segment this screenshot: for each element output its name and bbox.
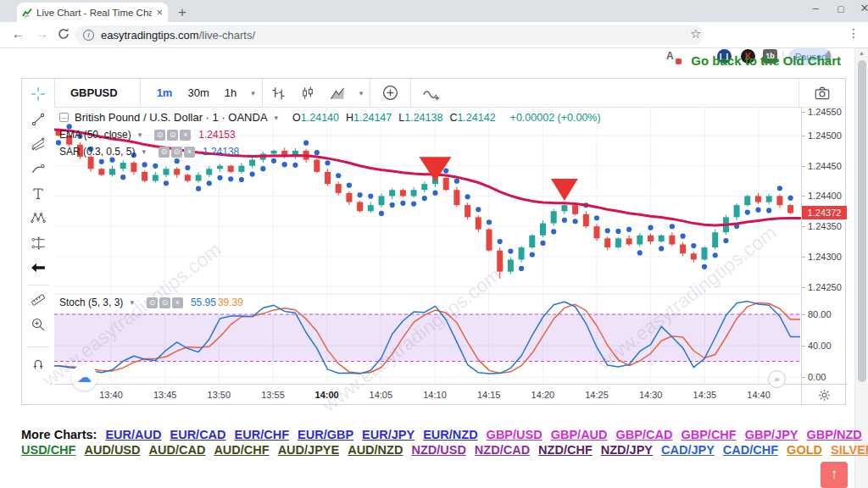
arrow-tool[interactable]	[27, 257, 49, 279]
scroll-to-latest-button[interactable]: »	[768, 370, 786, 388]
browser-tab[interactable]: Live Chart - Real Time Charts | Ea ×	[17, 3, 168, 22]
chart-link-aud-cad[interactable]: AUD/CAD	[149, 442, 206, 458]
gear-icon[interactable]	[818, 389, 831, 402]
chart-link-gold[interactable]: GOLD	[787, 442, 822, 458]
zoom-in-tool[interactable]	[27, 313, 49, 336]
text-tool[interactable]	[27, 182, 49, 204]
go-back-old-chart-link[interactable]: Go back to the Old Chart	[0, 53, 841, 68]
sar-chevron-icon[interactable]: ▾	[135, 147, 153, 156]
chart-link-nzd-usd[interactable]: NZD/USD	[411, 442, 465, 458]
chart-link-eur-chf[interactable]: EUR/CHF	[235, 427, 289, 442]
page-scrollbar[interactable]: ▲	[854, 48, 868, 488]
stoch-legend[interactable]: Stoch (5, 3, 3) ▾ ⊙⊙× 55.95 39.39	[59, 297, 243, 308]
symbol-legend[interactable]: – British Pound / U.S. Dollar · 1 · OAND…	[59, 111, 601, 124]
chart-link-gbp-usd[interactable]: GBP/USD	[487, 427, 542, 442]
time-tick: 14:35	[693, 390, 717, 400]
tab-close-icon[interactable]: ×	[156, 6, 163, 19]
chart-link-aud-jpye[interactable]: AUD/JPYE	[278, 442, 340, 458]
settings-icon[interactable]: ⊙	[159, 297, 170, 308]
style-chevron-icon[interactable]: ▾	[353, 89, 370, 97]
timeframe-1m[interactable]: 1m	[149, 86, 181, 99]
chart-link-gbp-chf[interactable]: GBP/CHF	[681, 427, 736, 442]
ema-legend[interactable]: EMA (50, close) ▾ ⊙⊙× 1.24153	[59, 129, 236, 141]
timeframe-1h[interactable]: 1h	[217, 86, 244, 99]
new-tab-button[interactable]: +	[178, 4, 186, 21]
chart-widget: GBPUSD 1m 30m 1h ▾ ▾ www.easytradingtips…	[21, 78, 846, 405]
collapse-icon[interactable]: –	[59, 113, 69, 122]
ruler-tool[interactable]	[27, 289, 49, 311]
timeframe-chevron-icon[interactable]: ▾	[244, 89, 262, 97]
drawing-tools-sidebar	[22, 79, 54, 404]
symbol-button[interactable]: GBPUSD	[55, 86, 140, 99]
visibility-icon[interactable]: ⊙	[154, 130, 165, 141]
legend-chevron-icon[interactable]: ▾	[268, 114, 286, 122]
compare-icon[interactable]	[370, 84, 410, 102]
time-tick: 14:15	[477, 390, 501, 400]
window-minimize-button[interactable]: –	[804, 2, 827, 14]
area-style-icon[interactable]	[322, 85, 353, 102]
settings-icon[interactable]: ⊙	[171, 147, 182, 158]
window-close-button[interactable]: ✕	[853, 2, 868, 14]
chart-link-gbp-aud[interactable]: GBP/AUD	[551, 427, 608, 442]
chart-link-eur-aud[interactable]: EUR/AUD	[105, 427, 161, 442]
back-icon[interactable]: ←	[12, 26, 25, 41]
chart-link-eur-gbp[interactable]: EUR/GBP	[298, 427, 353, 442]
address-bar[interactable]: i easytradingtips.com/live-charts/	[75, 25, 704, 45]
forecast-tool[interactable]	[27, 232, 49, 254]
forward-icon[interactable]: →	[36, 26, 48, 41]
chart-link-gbp-cad[interactable]: GBP/CAD	[616, 427, 673, 442]
bars-style-icon[interactable]	[263, 85, 293, 102]
chart-link-eur-nzd[interactable]: EUR/NZD	[423, 427, 477, 442]
visibility-icon[interactable]: ⊙	[159, 147, 170, 158]
stoch-chevron-icon[interactable]: ▾	[123, 298, 141, 307]
chart-link-aud-nzd[interactable]: AUD/NZD	[348, 442, 403, 458]
visibility-icon[interactable]: ⊙	[147, 297, 158, 308]
chart-link-aud-chf[interactable]: AUD/CHF	[214, 442, 269, 458]
ema-chevron-icon[interactable]: ▾	[131, 130, 149, 139]
scroll-to-top-button[interactable]: ↑	[821, 462, 848, 488]
price-axis[interactable]: 1.24372 1.245501.245001.244501.244001.24…	[801, 108, 847, 384]
remove-icon[interactable]: ×	[172, 297, 183, 308]
brush-tool[interactable]	[27, 158, 49, 180]
scrollbar-thumb[interactable]	[858, 60, 866, 382]
trend-line-tool[interactable]	[27, 108, 49, 130]
chart-link-silver[interactable]: SILVER	[831, 442, 868, 458]
remove-icon[interactable]: ×	[180, 130, 191, 141]
timeframe-30m[interactable]: 30m	[180, 86, 216, 99]
chart-link-nzd-chf[interactable]: NZD/CHF	[538, 442, 593, 458]
xabcd-pattern-tool[interactable]	[27, 207, 49, 229]
sar-legend[interactable]: SAR (0.3, 0.5, 5) ▾ ⊙⊙× 1.24138	[59, 146, 239, 158]
indicators-icon[interactable]	[411, 85, 452, 102]
page-info-icon[interactable]: i	[83, 30, 94, 41]
chart-link-cad-chf[interactable]: CAD/CHF	[723, 442, 778, 458]
settings-icon[interactable]: ⊙	[167, 130, 178, 141]
reload-icon[interactable]	[58, 28, 70, 42]
ohlc-values: O1.24140H1.24147L1.24138C1.24142	[292, 111, 503, 124]
chart-link-nzd-jpy[interactable]: NZD/JPY	[601, 442, 653, 458]
chart-link-gbp-nzd[interactable]: GBP/NZD	[807, 427, 862, 442]
provider-cloud-logo[interactable]: ☁	[71, 364, 97, 391]
tools-separator	[27, 347, 49, 347]
chart-link-cad-jpy[interactable]: CAD/JPY	[661, 442, 715, 458]
scrollbar-up-arrow[interactable]: ▲	[859, 50, 865, 56]
stoch-k-value: 55.95	[191, 297, 216, 308]
chart-link-eur-cad[interactable]: EUR/CAD	[170, 427, 226, 442]
axis-settings-cell[interactable]	[801, 384, 847, 405]
remove-icon[interactable]: ×	[184, 147, 195, 158]
chart-link-nzd-cad[interactable]: NZD/CAD	[475, 442, 530, 458]
fib-fan-tool[interactable]	[27, 133, 49, 155]
camera-icon	[814, 86, 831, 101]
chart-link-aud-usd[interactable]: AUD/USD	[84, 442, 140, 458]
candles-style-icon[interactable]	[293, 85, 322, 102]
bookmark-star-icon[interactable]: ☆	[690, 26, 701, 42]
window-maximize-button[interactable]: ▢	[829, 4, 853, 14]
snapshot-camera-button[interactable]	[798, 79, 845, 108]
chart-link-usd-chf[interactable]: USD/CHF	[21, 442, 75, 458]
chart-link-eur-jpy[interactable]: EUR/JPY	[362, 427, 415, 442]
chart-link-gbp-jpy[interactable]: GBP/JPY	[745, 427, 798, 442]
ema-label: EMA (50, close)	[59, 129, 131, 141]
crosshair-tool[interactable]	[27, 83, 49, 105]
url-path: /live-charts/	[199, 29, 255, 42]
browser-menu-icon[interactable]: ⋮	[848, 26, 860, 40]
time-axis[interactable]: 13:4013:4513:5013:5514:0014:0514:1014:15…	[54, 384, 801, 405]
